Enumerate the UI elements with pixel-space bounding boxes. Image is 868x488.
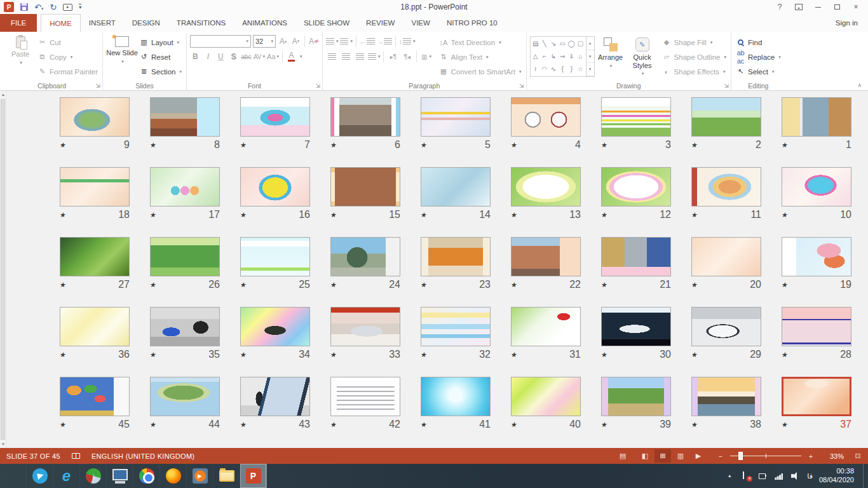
clear-formatting-button[interactable]: A [308,35,319,48]
slide-thumbnail-34[interactable] [240,307,310,346]
ltr-direction-button[interactable]: ▸¶ [387,50,399,63]
slide-thumbnail-43[interactable] [240,377,310,416]
zoom-in-button[interactable]: + [806,452,816,460]
align-right-button[interactable] [354,50,366,63]
animation-star-icon[interactable]: ★ [240,421,247,429]
text-shadow-button[interactable]: S [228,50,239,63]
paste-button[interactable]: Paste ▾ [4,34,36,81]
animation-star-icon[interactable]: ★ [330,281,337,289]
slide-thumbnail-4[interactable] [511,97,581,137]
align-left-button[interactable] [326,50,338,63]
slide-thumbnail-29[interactable] [691,307,761,346]
animation-star-icon[interactable]: ★ [59,351,67,359]
scroll-down-arrow[interactable]: ▼ [0,440,6,448]
new-slide-button[interactable]: New Slide ▾ [106,34,138,81]
help-button[interactable]: ? [770,0,789,14]
slide-thumbnail-31[interactable] [511,307,581,346]
zoom-out-button[interactable]: − [715,452,726,460]
slide-thumbnail-38[interactable] [691,377,761,416]
shape-icon[interactable]: ▭ [559,41,565,47]
decrease-indent-button[interactable]: ← [360,35,375,48]
copy-button[interactable]: ⧉Copy▾ [36,50,99,64]
shape-icon[interactable]: ⌐ [543,53,546,60]
slide-thumbnail-41[interactable] [421,377,491,416]
animation-star-icon[interactable]: ★ [330,141,337,149]
notes-icon[interactable]: ▤ [618,452,628,460]
animation-star-icon[interactable]: ★ [510,141,518,149]
shape-icon[interactable]: ▢ [578,41,583,47]
slide-thumbnail-2[interactable] [691,97,761,137]
arrange-button[interactable]: Arrange ▾ [595,34,627,81]
slide-thumbnail-32[interactable] [421,307,491,346]
slide-thumbnail-36[interactable] [60,307,130,346]
animation-star-icon[interactable]: ★ [691,281,698,289]
tab-file[interactable]: FILE [0,14,37,32]
slide-thumbnail-14[interactable] [421,167,491,207]
animation-star-icon[interactable]: ★ [330,211,337,219]
taskbar-idm-button[interactable]: ↓ [80,464,107,488]
animation-star-icon[interactable]: ★ [420,421,428,429]
font-dialog-launcher[interactable]: ⇲ [315,83,320,89]
change-case-button[interactable]: Aa▾ [267,50,279,63]
shape-icon[interactable]: △ [533,53,538,60]
powerpoint-app-icon[interactable]: P [4,2,14,12]
reset-button[interactable]: ↺Reset [138,50,183,64]
animation-star-icon[interactable]: ★ [510,281,518,289]
shapes-scroll-down-icon[interactable]: ▼ [587,50,594,64]
zoom-slider[interactable] [730,452,801,460]
slide-thumbnail-27[interactable] [60,237,130,276]
animation-star-icon[interactable]: ★ [420,211,428,219]
shape-icon[interactable]: ∿ [551,66,556,72]
animation-star-icon[interactable]: ★ [330,351,337,359]
animation-star-icon[interactable]: ★ [510,211,518,219]
shapes-scroll-up-icon[interactable]: ▲ [587,37,594,50]
power-icon[interactable] [757,471,768,481]
tab-view[interactable]: VIEW [403,14,438,32]
slide-thumbnail-21[interactable] [601,237,671,276]
character-spacing-button[interactable]: AV▾ [254,50,265,63]
shape-icon[interactable]: ⌂ [578,53,582,60]
slide-thumbnail-15[interactable] [330,167,400,207]
slide-thumbnail-17[interactable] [150,167,220,207]
slide-thumbnail-33[interactable] [330,307,400,346]
taskbar-start-button[interactable] [0,464,27,488]
volume-icon[interactable] [790,471,801,481]
slide-thumbnail-42[interactable] [330,377,400,416]
vertical-scrollbar[interactable]: ▲ ▼ [0,91,6,448]
drawing-dialog-launcher[interactable]: ⇲ [724,83,729,89]
slide-thumbnail-11[interactable] [691,167,761,207]
replace-button[interactable]: abacReplace▾ [735,50,782,64]
slide-thumbnail-13[interactable] [511,167,581,207]
normal-view-button[interactable]: ◧ [637,449,653,463]
section-button[interactable]: ≣Section▾ [138,65,183,78]
animation-star-icon[interactable]: ★ [149,211,157,219]
shape-outline-button[interactable]: ▱Shape Outline▾ [661,50,728,64]
shape-fill-button[interactable]: ◆Shape Fill▾ [661,36,728,49]
zoom-slider-knob[interactable] [738,452,743,460]
shape-icon[interactable]: ╲ [543,41,546,47]
slide-thumbnail-18[interactable] [60,167,130,207]
slide-thumbnail-40[interactable] [511,377,581,416]
taskbar-clock[interactable]: 00:38 08/04/2020 [819,467,857,485]
slide-thumbnail-22[interactable] [511,237,581,276]
animation-star-icon[interactable]: ★ [420,351,428,359]
slide-thumbnail-23[interactable] [421,237,491,276]
animation-star-icon[interactable]: ★ [510,421,518,429]
shape-icon[interactable]: ▤ [532,41,538,47]
text-direction-button[interactable]: ↕AText Direction▾ [437,36,522,49]
animation-star-icon[interactable]: ★ [420,281,428,289]
slide-thumbnail-16[interactable] [240,167,310,207]
animation-star-icon[interactable]: ★ [240,141,247,149]
shape-icon[interactable]: ≀ [534,66,537,72]
scroll-up-arrow[interactable]: ▲ [0,91,6,98]
animation-star-icon[interactable]: ★ [691,211,698,219]
animation-star-icon[interactable]: ★ [600,141,608,149]
slide-show-button[interactable]: ▶ [690,449,707,463]
grow-font-button[interactable]: A▴ [278,35,288,48]
bullets-button[interactable]: ▾ [326,35,339,48]
slide-thumbnail-25[interactable] [240,237,310,276]
italic-button[interactable]: I [203,50,214,63]
shrink-font-button[interactable]: A▾ [290,35,301,48]
tab-transitions[interactable]: TRANSITIONS [168,14,234,32]
animation-star-icon[interactable]: ★ [59,421,67,429]
